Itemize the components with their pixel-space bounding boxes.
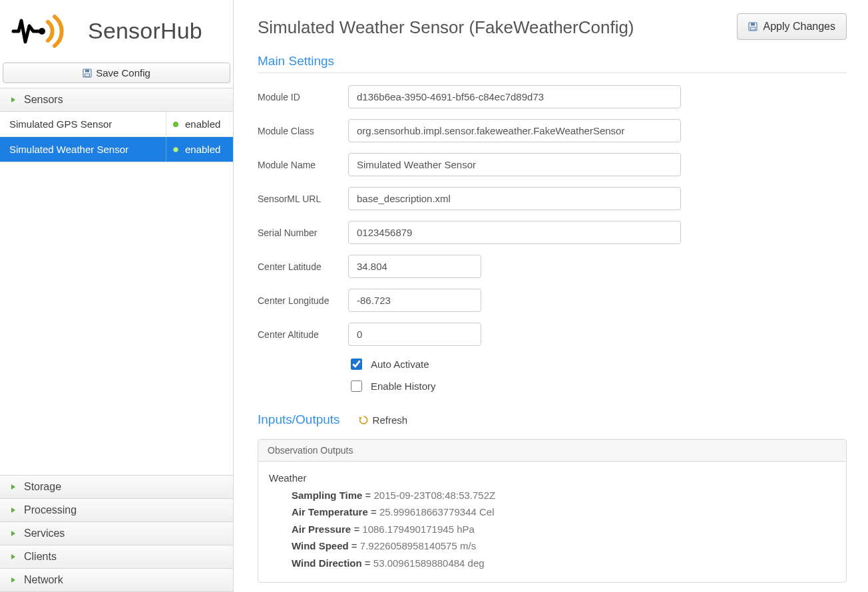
observation-item: Sampling Time = 2015-09-23T08:48:53.752Z <box>292 487 835 504</box>
input-module-name[interactable] <box>348 153 681 176</box>
sidebar-section-clients[interactable]: Clients <box>0 545 233 569</box>
save-config-button[interactable]: Save Config <box>3 63 230 83</box>
observation-value: 1086.179490171945 hPa <box>362 523 475 535</box>
sensor-row-weather[interactable]: Simulated Weather Sensor enabled <box>0 137 233 162</box>
observation-item: Air Temperature = 25.999618663779344 Cel <box>292 504 835 521</box>
label-sensorml-url: SensorML URL <box>258 194 348 204</box>
sidebar-section-network[interactable]: Network <box>0 568 233 592</box>
apply-changes-button[interactable]: Apply Changes <box>737 13 847 40</box>
save-icon <box>83 69 92 78</box>
svg-rect-6 <box>751 27 756 30</box>
input-module-class[interactable] <box>348 119 681 142</box>
observation-group: Weather <box>269 470 835 487</box>
status-dot-icon <box>173 122 178 127</box>
input-center-lon[interactable] <box>348 289 481 312</box>
svg-rect-3 <box>85 74 90 76</box>
observation-label: Air Pressure <box>292 523 351 535</box>
app-logo-row: SensorHub <box>0 0 233 61</box>
observation-value: 25.999618663779344 Cel <box>379 506 495 518</box>
observation-value: 7.9226058958140575 m/s <box>360 540 476 551</box>
sidebar-section-sensors[interactable]: Sensors <box>0 88 233 112</box>
sensor-status-label: enabled <box>185 144 220 155</box>
arrow-right-icon <box>9 553 17 561</box>
observation-panel-title: Observation Outputs <box>258 440 846 462</box>
observation-item: Wind Direction = 53.00961589880484 deg <box>292 555 835 572</box>
sidebar-section-label: Sensors <box>24 94 63 106</box>
label-module-name: Module Name <box>258 160 348 170</box>
sidebar-section-label: Processing <box>24 504 77 516</box>
label-center-lon: Center Longitude <box>258 295 348 306</box>
input-module-id[interactable] <box>348 85 681 108</box>
arrow-right-icon <box>9 483 17 491</box>
refresh-label: Refresh <box>373 414 408 426</box>
label-enable-history: Enable History <box>371 380 436 392</box>
observation-item: Wind Speed = 7.9226058958140575 m/s <box>292 537 835 555</box>
sidebar-section-label: Services <box>24 527 65 539</box>
svg-point-0 <box>39 28 45 35</box>
label-module-id: Module ID <box>258 92 348 102</box>
observation-label: Sampling Time <box>292 490 362 501</box>
observation-label: Wind Direction <box>292 557 362 569</box>
observation-outputs-panel: Observation Outputs Weather Sampling Tim… <box>258 439 847 583</box>
input-center-lat[interactable] <box>348 255 481 278</box>
observation-item: Air Pressure = 1086.179490171945 hPa <box>292 521 835 538</box>
section-title-main: Main Settings <box>258 54 847 69</box>
sensor-name: Simulated Weather Sensor <box>0 137 166 162</box>
divider <box>258 73 847 73</box>
input-serial-number[interactable] <box>348 221 681 244</box>
input-sensorml-url[interactable] <box>348 187 681 210</box>
label-center-alt: Center Altitude <box>258 329 348 340</box>
sensor-status-label: enabled <box>185 118 220 130</box>
save-config-label: Save Config <box>96 67 150 78</box>
status-dot-icon <box>173 147 178 152</box>
sensor-row-gps[interactable]: Simulated GPS Sensor enabled <box>0 112 233 137</box>
sidebar-section-label: Network <box>24 574 63 586</box>
arrow-right-icon <box>9 576 17 584</box>
sidebar-section-label: Clients <box>24 551 57 563</box>
label-serial-number: Serial Number <box>258 227 348 238</box>
main-content: Simulated Weather Sensor (FakeWeatherCon… <box>234 0 868 592</box>
observation-label: Wind Speed <box>292 540 349 551</box>
apply-changes-label: Apply Changes <box>763 21 835 33</box>
sensor-status: enabled <box>166 112 233 136</box>
section-title-io: Inputs/Outputs <box>258 412 340 427</box>
input-center-alt[interactable] <box>348 323 481 346</box>
refresh-button[interactable]: Refresh <box>359 414 408 426</box>
svg-rect-2 <box>85 69 89 72</box>
app-name: SensorHub <box>88 18 202 44</box>
checkbox-enable-history[interactable] <box>351 380 362 392</box>
sidebar: SensorHub Save Config Sensors Simulated … <box>0 0 234 592</box>
save-icon <box>748 22 758 31</box>
arrow-right-icon <box>9 506 17 514</box>
sidebar-section-services[interactable]: Services <box>0 521 233 545</box>
sensor-name: Simulated GPS Sensor <box>0 112 166 136</box>
logo-icon <box>9 11 69 50</box>
label-auto-activate: Auto Activate <box>371 359 429 370</box>
observation-value: 2015-09-23T08:48:53.752Z <box>374 490 496 501</box>
sidebar-section-label: Storage <box>24 481 61 493</box>
sidebar-section-storage[interactable]: Storage <box>0 475 233 499</box>
sidebar-section-processing[interactable]: Processing <box>0 498 233 522</box>
refresh-icon <box>359 415 369 425</box>
observation-value: 53.00961589880484 deg <box>373 557 485 569</box>
label-module-class: Module Class <box>258 126 348 136</box>
arrow-right-icon <box>9 96 17 104</box>
checkbox-auto-activate[interactable] <box>351 359 362 370</box>
observation-label: Air Temperature <box>292 506 368 518</box>
sensor-list: Simulated GPS Sensor enabled Simulated W… <box>0 112 233 476</box>
sensor-status: enabled <box>166 137 233 162</box>
arrow-right-icon <box>9 529 17 537</box>
label-center-lat: Center Latitude <box>258 261 348 272</box>
page-title: Simulated Weather Sensor (FakeWeatherCon… <box>258 17 634 38</box>
svg-rect-5 <box>751 23 755 26</box>
